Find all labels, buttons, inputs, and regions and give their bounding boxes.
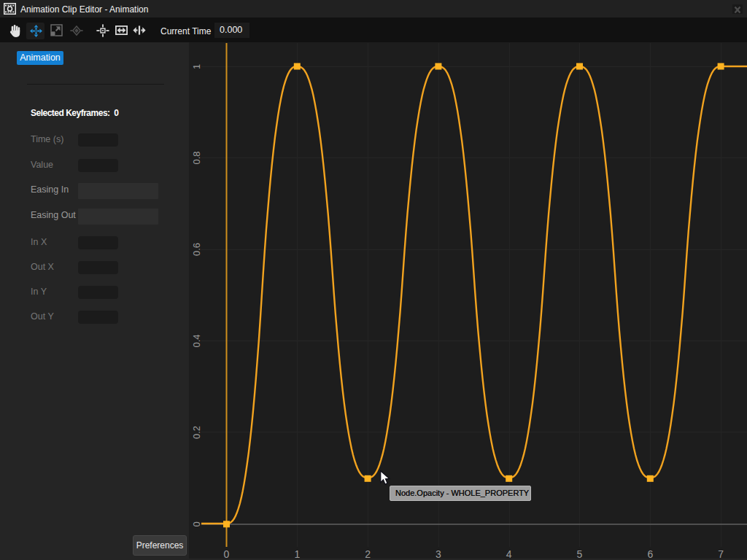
svg-text:0.4: 0.4: [191, 334, 202, 347]
svg-text:0: 0: [191, 521, 202, 526]
svg-text:1: 1: [191, 64, 202, 69]
svg-text:0.2: 0.2: [191, 426, 202, 439]
svg-text:0.6: 0.6: [191, 243, 202, 256]
svg-text:0.8: 0.8: [191, 151, 202, 164]
